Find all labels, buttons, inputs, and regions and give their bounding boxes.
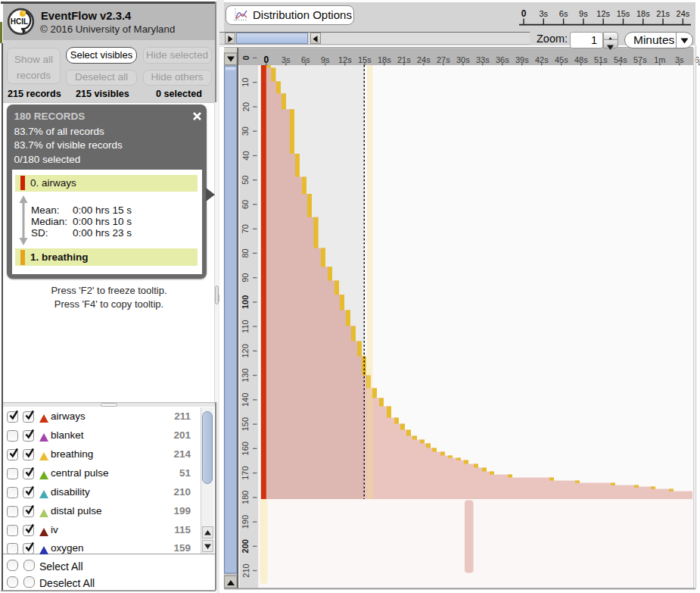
svg-text:27s: 27s bbox=[437, 55, 450, 64]
svg-text:6s: 6s bbox=[301, 55, 310, 64]
svg-text:0: 0 bbox=[521, 8, 527, 19]
svg-text:50: 50 bbox=[241, 175, 250, 184]
svg-text:15s: 15s bbox=[358, 55, 372, 64]
svg-text:110: 110 bbox=[241, 320, 250, 333]
svg-text:18s: 18s bbox=[378, 55, 391, 64]
svg-text:210: 210 bbox=[241, 563, 250, 577]
svg-text:30s: 30s bbox=[456, 55, 470, 64]
svg-text:10: 10 bbox=[241, 77, 250, 86]
svg-text:24s: 24s bbox=[677, 9, 690, 18]
svg-text:1m: 1m bbox=[654, 55, 665, 64]
svg-text:3s: 3s bbox=[282, 55, 291, 64]
svg-text:60: 60 bbox=[241, 199, 250, 208]
svg-text:51s: 51s bbox=[594, 55, 608, 64]
svg-text:3s: 3s bbox=[675, 55, 684, 64]
svg-text:21s: 21s bbox=[656, 9, 670, 18]
svg-text:180: 180 bbox=[241, 490, 250, 504]
svg-text:33s: 33s bbox=[476, 55, 490, 64]
svg-text:9s: 9s bbox=[579, 9, 588, 18]
svg-text:57s: 57s bbox=[633, 55, 647, 64]
svg-text:100: 100 bbox=[241, 295, 250, 308]
svg-text:9s: 9s bbox=[321, 55, 330, 64]
svg-text:42s: 42s bbox=[535, 55, 549, 64]
svg-text:120: 120 bbox=[241, 344, 250, 357]
svg-text:140: 140 bbox=[241, 392, 250, 406]
svg-text:HCIL: HCIL bbox=[11, 17, 28, 26]
svg-text:3s: 3s bbox=[539, 9, 548, 18]
svg-text:20: 20 bbox=[241, 101, 250, 111]
svg-text:15s: 15s bbox=[617, 9, 630, 18]
svg-text:12s: 12s bbox=[338, 55, 352, 64]
svg-text:190: 190 bbox=[241, 514, 250, 528]
svg-text:70: 70 bbox=[241, 224, 250, 233]
svg-text:39s: 39s bbox=[515, 55, 529, 64]
svg-text:54s: 54s bbox=[614, 55, 627, 64]
svg-text:160: 160 bbox=[241, 442, 250, 455]
svg-text:90: 90 bbox=[241, 273, 250, 282]
svg-text:0: 0 bbox=[263, 54, 269, 64]
svg-text:150: 150 bbox=[241, 417, 250, 430]
svg-text:130: 130 bbox=[241, 368, 250, 382]
svg-text:12s: 12s bbox=[596, 9, 610, 18]
svg-text:36s: 36s bbox=[496, 55, 509, 64]
svg-text:24s: 24s bbox=[417, 55, 431, 64]
svg-text:48s: 48s bbox=[574, 55, 588, 64]
svg-text:21s: 21s bbox=[397, 55, 411, 64]
svg-text:30: 30 bbox=[241, 126, 250, 136]
svg-text:0: 0 bbox=[241, 55, 250, 60]
svg-text:45s: 45s bbox=[555, 55, 568, 64]
svg-text:40: 40 bbox=[241, 151, 250, 160]
svg-text:200: 200 bbox=[241, 539, 250, 553]
svg-text:6s: 6s bbox=[559, 9, 568, 18]
svg-text:18s: 18s bbox=[636, 9, 650, 18]
svg-text:170: 170 bbox=[241, 466, 250, 479]
svg-text:80: 80 bbox=[241, 248, 250, 257]
